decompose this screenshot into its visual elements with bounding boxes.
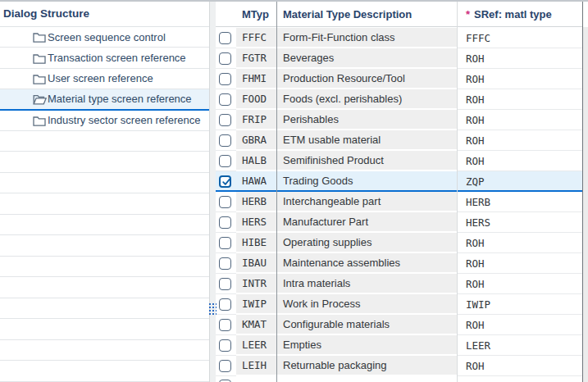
sref-cell[interactable]: ROH	[458, 89, 582, 110]
sref-cell[interactable]: ROH	[458, 356, 582, 376]
row-checkbox[interactable]	[219, 32, 231, 44]
description-cell[interactable]: Intra materials	[277, 274, 458, 294]
table-row-fhmi[interactable]: FHMI Production Resource/Tool ROH	[216, 69, 582, 89]
row-checkbox[interactable]	[219, 339, 231, 352]
description-cell[interactable]: Beverages	[277, 48, 458, 69]
table-row-iwip[interactable]: IWIP Work in Process IWIP	[216, 294, 582, 315]
description-cell[interactable]: Work in Process	[277, 294, 458, 315]
row-select-cell	[216, 233, 236, 253]
description-cell[interactable]: Operating supplies	[277, 233, 458, 253]
row-checkbox[interactable]	[219, 175, 231, 188]
sref-cell[interactable]: IWIP	[458, 294, 582, 315]
table-row-food[interactable]: FOOD Foods (excl. perishables) ROH	[216, 89, 582, 110]
tree-item-screen-sequence-control[interactable]: Screen sequence control	[0, 27, 209, 48]
column-header-select[interactable]	[216, 0, 236, 27]
mtyp-cell[interactable]: IBAU	[236, 253, 277, 274]
table-row-ibau[interactable]: IBAU Maintenance assemblies ROH	[216, 253, 582, 274]
row-checkbox[interactable]	[219, 216, 231, 229]
row-checkbox[interactable]	[219, 298, 231, 311]
mtyp-cell[interactable]: LEIH	[236, 356, 277, 376]
mtyp-cell[interactable]: HERS	[236, 212, 277, 233]
table-row-intr[interactable]: INTR Intra materials ROH	[216, 274, 582, 294]
column-header-mtyp[interactable]: MTyp	[236, 0, 277, 27]
sref-cell[interactable]: ROH	[458, 48, 582, 69]
mtyp-cell[interactable]: LEER	[236, 335, 277, 356]
sref-cell[interactable]: ROH	[458, 110, 582, 130]
description-cell[interactable]: Trading Goods	[277, 171, 458, 192]
row-checkbox[interactable]	[219, 196, 231, 208]
row-checkbox[interactable]	[219, 114, 231, 126]
row-checkbox[interactable]	[219, 278, 231, 290]
description-cell[interactable]: Interchangeable part	[277, 192, 458, 212]
tree-item-user-screen-reference[interactable]: User screen reference	[0, 69, 209, 89]
table-row-kmat[interactable]: KMAT Configurable materials ROH	[216, 315, 582, 335]
description-cell[interactable]: ETM usable material	[277, 130, 458, 151]
row-checkbox[interactable]	[219, 93, 231, 106]
column-header-description[interactable]: Material Type Description	[277, 0, 458, 27]
sref-cell[interactable]: ZQP	[458, 171, 582, 192]
tree-item-material-type-screen-reference[interactable]: Material type screen reference	[0, 89, 209, 110]
description-cell[interactable]: Manufacturer Part	[277, 212, 458, 233]
sref-cell[interactable]: ROH	[458, 151, 582, 171]
description-value: Foods (excl. perishables)	[277, 89, 458, 108]
table-row-gbra[interactable]: GBRA ETM usable material ROH	[216, 130, 582, 151]
row-checkbox[interactable]	[219, 319, 231, 331]
row-checkbox[interactable]	[219, 237, 231, 249]
table-row-hawa[interactable]: HAWA Trading Goods ZQP	[216, 171, 582, 192]
scrollbar-track[interactable]	[583, 27, 588, 382]
sref-cell[interactable]: FFFC	[458, 28, 582, 48]
sref-cell[interactable]: ROH	[458, 253, 582, 274]
table-row-fffc[interactable]: FFFC Form-Fit-Function class FFFC	[216, 28, 582, 48]
description-cell[interactable]: Production Resource/Tool	[277, 69, 458, 89]
table-row-hibe[interactable]: HIBE Operating supplies ROH	[216, 233, 582, 253]
table-row-fgtr[interactable]: FGTR Beverages ROH	[216, 48, 582, 69]
row-checkbox[interactable]	[219, 52, 231, 65]
sref-cell[interactable]: ROH	[458, 130, 582, 151]
mtyp-cell[interactable]: FOOD	[236, 89, 277, 110]
row-checkbox[interactable]	[219, 257, 231, 270]
description-cell[interactable]: Foods (excl. perishables)	[277, 89, 458, 110]
description-cell[interactable]: Empties	[277, 335, 458, 356]
mtyp-cell[interactable]: FHMI	[236, 69, 277, 89]
row-checkbox[interactable]	[219, 73, 231, 85]
mtyp-cell[interactable]: HALB	[236, 151, 277, 171]
sref-cell[interactable]: ROH	[458, 233, 582, 253]
row-checkbox[interactable]	[219, 155, 231, 167]
sref-cell[interactable]: ROH	[458, 315, 582, 335]
sref-cell[interactable]: ROH	[458, 274, 582, 294]
description-cell[interactable]: Perishables	[277, 110, 458, 130]
sref-cell[interactable]: HERS	[458, 212, 582, 233]
mtyp-cell[interactable]: IWIP	[236, 294, 277, 315]
mtyp-cell[interactable]: FFFC	[236, 28, 277, 48]
mtyp-cell[interactable]: INTR	[236, 274, 277, 294]
mtyp-cell[interactable]: FRIP	[236, 110, 277, 130]
row-checkbox[interactable]	[219, 134, 231, 147]
table-row-leer[interactable]: LEER Empties LEER	[216, 335, 582, 356]
folder-icon	[33, 94, 48, 106]
table-row-leih[interactable]: LEIH Returnable packaging ROH	[216, 356, 582, 376]
sref-cell[interactable]: ROH	[458, 69, 582, 89]
table-row-hers[interactable]: HERS Manufacturer Part HERS	[216, 212, 582, 233]
description-cell[interactable]: Configurable materials	[277, 315, 458, 335]
description-cell[interactable]: Form-Fit-Function class	[277, 28, 458, 48]
mtyp-cell[interactable]: HAWA	[236, 171, 277, 192]
mtyp-cell[interactable]: HIBE	[236, 233, 277, 253]
table-row-herb[interactable]: HERB Interchangeable part HERB	[216, 192, 582, 212]
mtyp-cell[interactable]: HERB	[236, 192, 277, 212]
description-cell[interactable]: Semifinished Product	[277, 151, 458, 171]
table-row-halb[interactable]: HALB Semifinished Product ROH	[216, 151, 582, 171]
splitter-drag-handle-icon[interactable]	[208, 302, 217, 316]
sref-cell[interactable]: HERB	[458, 192, 582, 212]
mtyp-cell[interactable]: FGTR	[236, 48, 277, 69]
mtyp-cell[interactable]: KMAT	[236, 315, 277, 335]
description-cell[interactable]: Maintenance assemblies	[277, 253, 458, 274]
table-row-frip[interactable]: FRIP Perishables ROH	[216, 110, 582, 130]
tree-item-industry-sector-screen-reference[interactable]: Industry sector screen reference	[0, 111, 209, 131]
column-header-sref[interactable]: *SRef: matl type	[458, 0, 582, 27]
row-checkbox[interactable]	[219, 360, 231, 372]
sref-cell[interactable]: LEER	[458, 335, 582, 356]
mtyp-cell[interactable]: GBRA	[236, 130, 277, 151]
description-cell[interactable]: Returnable packaging	[277, 356, 458, 376]
splitter[interactable]	[209, 0, 216, 382]
tree-item-transaction-screen-reference[interactable]: Transaction screen reference	[0, 48, 209, 68]
